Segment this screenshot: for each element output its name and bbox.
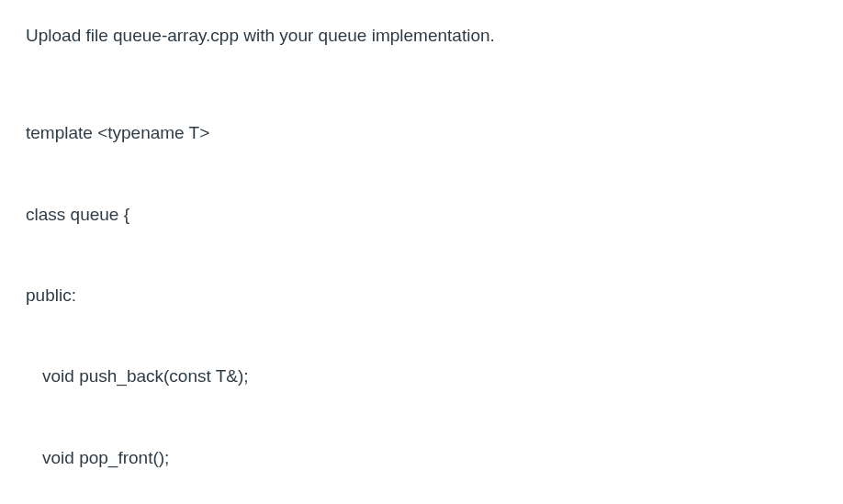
code-line: public:	[26, 282, 817, 308]
instruction-text: Upload file queue-array.cpp with your qu…	[26, 22, 817, 49]
code-line: class queue {	[26, 201, 817, 228]
code-line: void pop_front();	[26, 444, 817, 471]
code-snippet: template <typename T> class queue { publ…	[26, 65, 817, 504]
code-line: void push_back(const T&);	[26, 363, 817, 389]
code-line: template <typename T>	[26, 119, 817, 146]
